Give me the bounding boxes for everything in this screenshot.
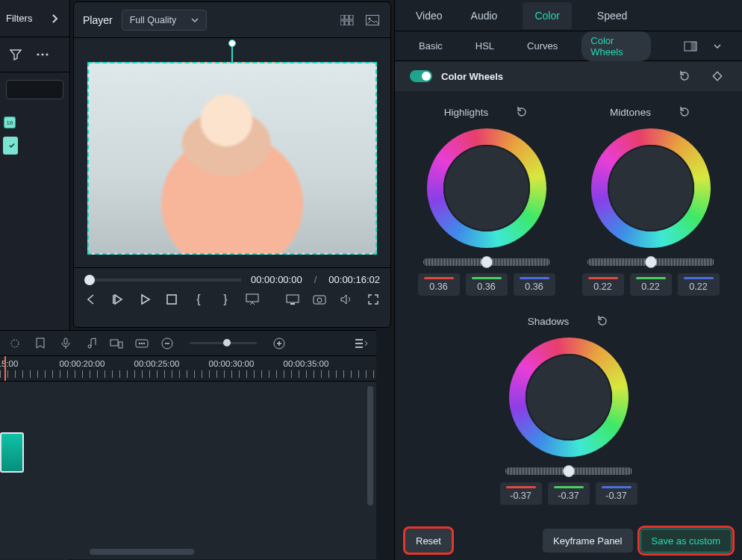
tl-mic-icon[interactable] [58,336,73,351]
compare-icon[interactable] [681,37,700,56]
midtones-slider[interactable] [584,258,718,266]
svg-rect-21 [119,342,122,348]
svg-rect-27 [165,343,169,344]
subtab-hsl[interactable]: HSL [467,37,503,55]
shadows-label: Shadows [528,316,570,327]
svg-rect-20 [110,340,118,346]
applied-effect-card[interactable] [3,137,18,155]
play-icon[interactable] [111,293,125,306]
tl-scroll-v[interactable] [367,386,373,505]
timeline-tracks[interactable] [0,382,376,559]
subtab-colorwheels[interactable]: Color Wheels [582,31,651,61]
timecode-current: 00:00:00:00 [251,274,302,285]
tl-devices-icon[interactable] [109,336,124,351]
filters-title: Filters [6,13,32,24]
play-simple-icon[interactable] [138,293,152,306]
tab-audio[interactable]: Audio [468,2,501,29]
export-menu-icon[interactable] [246,293,259,306]
svg-point-1 [41,53,43,55]
timecode-duration: 00:00:16:02 [328,274,380,285]
save-as-custom-button[interactable]: Save as custom [640,529,732,553]
screen-icon[interactable] [286,293,299,306]
midtones-wheel[interactable] [591,128,711,248]
svg-rect-5 [349,15,353,19]
effect-chip[interactable]: 16 [4,117,15,128]
section-title: Color Wheels [441,71,503,82]
playhead[interactable] [4,356,6,381]
tl-caption-icon[interactable] [134,336,149,351]
shadows-wheel[interactable] [509,337,629,457]
highlights-wheel[interactable] [427,128,546,248]
timeline-clip[interactable] [0,432,24,473]
tl-music-icon[interactable] [84,336,99,351]
tl-scroll-h[interactable] [90,549,194,555]
midtones-g[interactable]: 0.22 [630,273,672,296]
player-panel: Player Full Quality [73,1,391,328]
volume-icon[interactable] [340,293,353,306]
shadows-g[interactable]: -0.37 [548,482,590,505]
shadows-reset-icon[interactable] [596,314,609,328]
highlights-reset-icon[interactable] [515,105,529,119]
seek-slider[interactable] [84,279,242,281]
highlights-b[interactable]: 0.36 [514,273,555,296]
section-reset-icon[interactable] [675,66,694,86]
shadows-r[interactable]: -0.37 [500,482,542,505]
svg-point-25 [143,342,145,343]
preview-canvas[interactable] [87,62,377,255]
tab-speed[interactable]: Speed [594,2,630,29]
svg-rect-30 [278,341,280,346]
shadows-b[interactable]: -0.37 [596,482,637,505]
expand-icon[interactable] [47,10,63,27]
svg-point-2 [46,53,48,55]
svg-rect-11 [113,295,114,304]
svg-rect-6 [340,21,344,25]
midtones-label: Midtones [610,107,651,118]
subtab-basic[interactable]: Basic [410,37,452,55]
mark-in-icon[interactable]: { [192,293,205,306]
svg-rect-7 [345,21,349,25]
filter-icon[interactable] [6,45,25,64]
svg-point-10 [368,17,370,19]
highlights-r[interactable]: 0.36 [418,273,460,296]
stop-icon[interactable] [165,293,178,306]
timeline-ruler[interactable]: 15:00 00:00:20:00 00:00:25:00 00:00:30:0… [0,356,376,382]
quality-select[interactable]: Full Quality [122,10,208,31]
highlights-g[interactable]: 0.36 [466,273,508,296]
svg-rect-19 [64,338,67,344]
tl-trackmenu-icon[interactable] [354,336,369,351]
midtones-reset-icon[interactable] [678,105,691,119]
more-icon[interactable] [33,45,52,64]
shadows-slider[interactable] [502,467,636,475]
tl-zoomout-icon[interactable] [160,336,175,351]
grid-view-icon[interactable] [338,11,356,29]
colorwheels-toggle[interactable] [410,70,432,82]
tab-video[interactable]: Video [413,2,446,29]
keyframe-diamond-icon[interactable] [708,66,727,86]
rotate-handle[interactable] [228,40,236,47]
svg-point-17 [317,298,322,302]
filter-list-empty [6,80,63,99]
tl-settings-icon[interactable] [7,336,22,351]
subtab-curves[interactable]: Curves [518,37,567,55]
midtones-r[interactable]: 0.22 [582,273,624,296]
svg-rect-32 [691,42,697,51]
reset-button[interactable]: Reset [405,529,452,553]
keyframe-panel-button[interactable]: Keyframe Panel [543,529,633,553]
svg-rect-33 [713,72,721,80]
highlights-label: Highlights [444,107,488,118]
highlights-slider[interactable] [420,258,554,266]
tab-color[interactable]: Color [523,2,571,29]
fullscreen-icon[interactable] [367,293,380,306]
tl-zoom-slider[interactable] [190,342,257,344]
tl-marker-icon[interactable] [33,336,48,351]
aux-menu-icon[interactable] [708,37,727,56]
svg-rect-12 [167,295,176,304]
tl-zoomin-icon[interactable] [272,336,287,351]
picture-icon[interactable] [364,11,381,29]
svg-point-0 [37,53,39,55]
prev-frame-icon[interactable] [84,293,98,306]
mark-out-icon[interactable]: } [219,293,232,306]
midtones-b[interactable]: 0.22 [678,273,720,296]
svg-rect-3 [340,15,344,19]
camera-icon[interactable] [313,293,326,306]
